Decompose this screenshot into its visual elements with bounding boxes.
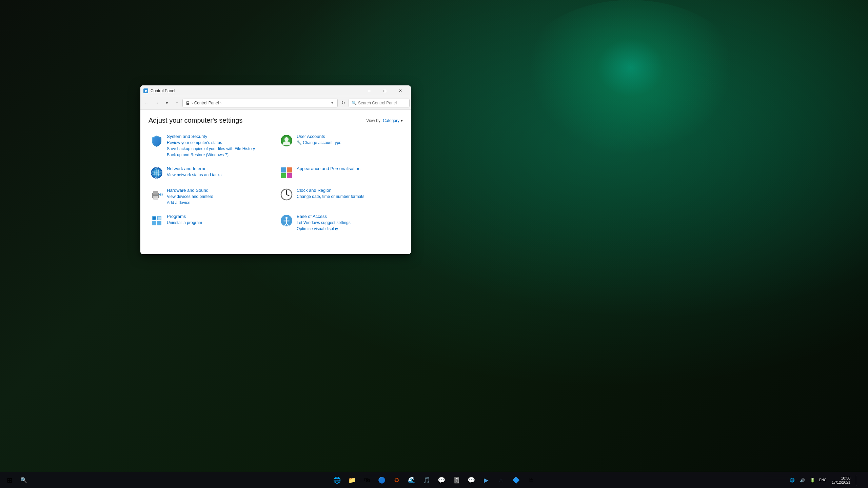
- user-accounts-title[interactable]: User Accounts: [297, 134, 401, 139]
- network-internet-title[interactable]: Network and Internet: [167, 166, 272, 171]
- system-security-link-2[interactable]: Save backup copies of your files with Fi…: [167, 146, 272, 152]
- taskbar-4k-icon[interactable]: ▶: [479, 473, 493, 487]
- taskbar-right: 🌐 🔊 🔋 ENG 10:30 17/12/2021: [788, 475, 865, 486]
- system-security-icon-wrap: [150, 134, 163, 147]
- tray-keyboard-icon[interactable]: ENG: [818, 475, 828, 485]
- categories-grid: System and Security Review your computer…: [149, 131, 403, 235]
- user-accounts-link-1[interactable]: 🔧 Change account type: [297, 140, 401, 146]
- refresh-button[interactable]: ↻: [338, 98, 348, 108]
- window-title: Control Panel: [151, 88, 361, 93]
- category-hardware-sound[interactable]: Hardware and Sound View devices and prin…: [149, 185, 273, 208]
- taskbar-app-icon[interactable]: 🔷: [509, 473, 523, 487]
- recent-locations-button[interactable]: ▾: [162, 98, 172, 108]
- search-taskbar-button[interactable]: 🔍: [17, 473, 31, 487]
- ease-of-access-icon: [280, 215, 293, 227]
- breadcrumb-arrow: ›: [192, 101, 193, 105]
- svg-point-3: [284, 137, 289, 141]
- category-ease-of-access[interactable]: Ease of Access Let Windows suggest setti…: [278, 211, 403, 235]
- taskbar-onenote-icon[interactable]: 📓: [450, 473, 463, 487]
- network-internet-icon: [151, 167, 163, 179]
- up-button[interactable]: ↑: [172, 98, 182, 108]
- start-button[interactable]: ⊞: [3, 473, 16, 487]
- taskbar-center: 🌐 📁 🛍 🔵 ♻ 🌊 🎵 💬 📓 💬 ▶ ♨ 🔷 🖥: [330, 473, 538, 487]
- tray-network-icon[interactable]: 🌐: [788, 475, 797, 485]
- user-accounts-icon: [280, 135, 293, 147]
- address-input-field[interactable]: 🖥 › Control Panel › ▾: [182, 99, 338, 107]
- hardware-sound-title[interactable]: Hardware and Sound: [167, 188, 272, 193]
- svg-rect-12: [287, 173, 292, 178]
- taskbar-steam-icon[interactable]: ♨: [494, 473, 508, 487]
- back-button[interactable]: ←: [142, 98, 151, 108]
- category-user-accounts[interactable]: User Accounts 🔧 Change account type: [278, 131, 403, 161]
- svg-rect-17: [154, 198, 157, 198]
- network-internet-link-1[interactable]: View network status and tasks: [167, 172, 272, 178]
- category-system-security[interactable]: System and Security Review your computer…: [149, 131, 273, 161]
- taskbar-ccleaner-icon[interactable]: ♻: [390, 473, 403, 487]
- svg-rect-27: [153, 217, 156, 220]
- svg-rect-28: [158, 217, 161, 220]
- system-security-link-3[interactable]: Back up and Restore (Windows 7): [167, 152, 272, 158]
- window-controls: – □ ✕: [361, 85, 408, 96]
- category-programs[interactable]: Programs Uninstall a program: [149, 211, 273, 235]
- taskbar-chrome-icon[interactable]: 🔵: [375, 473, 389, 487]
- system-security-content: System and Security Review your computer…: [167, 134, 272, 158]
- programs-link-1[interactable]: Uninstall a program: [167, 220, 272, 226]
- clock-region-link-1[interactable]: Change date, time or number formats: [297, 194, 401, 200]
- hardware-sound-icon: [151, 188, 163, 201]
- network-internet-content: Network and Internet View network status…: [167, 166, 272, 178]
- category-appearance[interactable]: Appearance and Personalisation: [278, 163, 403, 182]
- taskbar-explorer-icon[interactable]: 📁: [345, 473, 359, 487]
- breadcrumb-path: Control Panel: [194, 101, 219, 105]
- clock-time: 10:30: [841, 476, 850, 480]
- ease-of-access-link-1[interactable]: Let Windows suggest settings: [297, 220, 401, 226]
- user-accounts-content: User Accounts 🔧 Change account type: [297, 134, 401, 146]
- taskbar-edge-dev-icon[interactable]: 🌊: [405, 473, 418, 487]
- system-security-link-1[interactable]: Review your computer's status: [167, 140, 272, 146]
- svg-point-22: [286, 194, 287, 195]
- category-network-internet[interactable]: Network and Internet View network status…: [149, 163, 273, 182]
- control-panel-window: Control Panel – □ ✕ ← → ▾ ↑ 🖥 › Control …: [140, 85, 411, 254]
- close-button[interactable]: ✕: [393, 85, 408, 96]
- ease-of-access-icon-wrap: [280, 214, 293, 227]
- ease-of-access-title[interactable]: Ease of Access: [297, 214, 401, 219]
- appearance-content: Appearance and Personalisation: [297, 166, 401, 172]
- minimize-button[interactable]: –: [361, 85, 377, 96]
- hardware-sound-link-2[interactable]: Add a device: [167, 200, 272, 206]
- taskbar-control-panel-icon[interactable]: 🖥: [524, 473, 538, 487]
- taskbar-spotify-icon[interactable]: 🎵: [420, 473, 433, 487]
- taskbar-discord-icon[interactable]: 💬: [465, 473, 478, 487]
- appearance-icon-wrap: [280, 166, 293, 180]
- hardware-sound-content: Hardware and Sound View devices and prin…: [167, 188, 272, 206]
- category-clock-region[interactable]: Clock and Region Change date, time or nu…: [278, 185, 403, 208]
- forward-button[interactable]: →: [152, 98, 161, 108]
- clock-date: 17/12/2021: [832, 480, 850, 484]
- search-box[interactable]: 🔍: [349, 99, 410, 107]
- svg-rect-9: [281, 167, 286, 172]
- system-security-title[interactable]: System and Security: [167, 134, 272, 139]
- hardware-sound-link-1[interactable]: View devices and printers: [167, 194, 272, 200]
- ease-of-access-content: Ease of Access Let Windows suggest setti…: [297, 214, 401, 232]
- ease-of-access-link-2[interactable]: Optimise visual display: [297, 226, 401, 232]
- taskbar-store-icon[interactable]: 🛍: [360, 473, 374, 487]
- address-dropdown-button[interactable]: ▾: [330, 101, 335, 105]
- search-input[interactable]: [358, 101, 409, 105]
- view-by-value[interactable]: Category: [383, 118, 399, 123]
- appearance-title[interactable]: Appearance and Personalisation: [297, 166, 401, 171]
- show-desktop-button[interactable]: [856, 475, 865, 486]
- address-bar: ← → ▾ ↑ 🖥 › Control Panel › ▾ ↻ 🔍: [140, 96, 411, 110]
- clock-region-icon-wrap: [280, 188, 293, 201]
- taskbar-whatsapp-icon[interactable]: 💬: [435, 473, 448, 487]
- user-accounts-icon-wrap: [280, 134, 293, 147]
- tray-volume-icon[interactable]: 🔊: [798, 475, 807, 485]
- taskbar-edge-icon[interactable]: 🌐: [330, 473, 344, 487]
- tray-battery-icon[interactable]: 🔋: [808, 475, 817, 485]
- taskbar-clock[interactable]: 10:30 17/12/2021: [829, 476, 853, 484]
- system-tray: 🌐 🔊 🔋 ENG: [788, 475, 828, 485]
- clock-region-content: Clock and Region Change date, time or nu…: [297, 188, 401, 200]
- window-app-icon: [143, 88, 149, 94]
- programs-title[interactable]: Programs: [167, 214, 272, 219]
- desktop-glow-effect: [512, 0, 749, 169]
- maximize-button[interactable]: □: [377, 85, 393, 96]
- clock-region-title[interactable]: Clock and Region: [297, 188, 401, 193]
- view-by-control[interactable]: View by: Category ▾: [366, 118, 403, 123]
